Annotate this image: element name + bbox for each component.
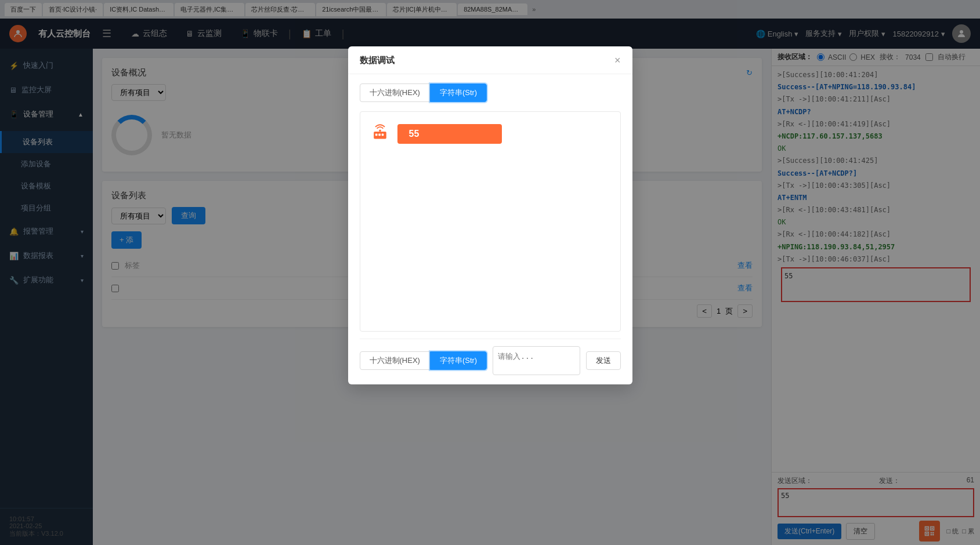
tab-str-top[interactable]: 字符串(Str)	[430, 83, 487, 102]
device-router-icon	[370, 121, 390, 146]
svg-rect-15	[381, 134, 384, 136]
modal-body: 十六进制(HEX) 字符串(Str)	[348, 74, 632, 384]
tab-hex-top[interactable]: 十六进制(HEX)	[360, 83, 430, 102]
svg-point-16	[379, 129, 381, 132]
modal-send-button[interactable]: 发送	[586, 351, 621, 370]
modal-bottom-tabs: 十六进制(HEX) 字符串(Str)	[360, 351, 487, 370]
data-item-row: 55	[370, 121, 611, 146]
modal-header: 数据调试 ×	[348, 46, 632, 74]
data-debug-modal: 数据调试 × 十六进制(HEX) 字符串(Str)	[348, 46, 632, 384]
modal-top-tabs: 十六进制(HEX) 字符串(Str)	[360, 83, 621, 102]
tab-str-bottom[interactable]: 字符串(Str)	[430, 351, 487, 370]
tab-hex-bottom[interactable]: 十六进制(HEX)	[360, 351, 430, 370]
data-display-area: 55	[360, 111, 621, 332]
modal-close-button[interactable]: ×	[614, 54, 621, 67]
data-value-display: 55	[397, 124, 502, 144]
svg-rect-13	[375, 134, 377, 136]
modal-title: 数据调试	[360, 55, 395, 66]
modal-overlay[interactable]: 数据调试 × 十六进制(HEX) 字符串(Str)	[0, 0, 980, 545]
modal-bottom-section: 十六进制(HEX) 字符串(Str) 发送	[360, 339, 621, 375]
modal-send-input[interactable]	[493, 346, 580, 375]
svg-rect-14	[378, 134, 381, 136]
